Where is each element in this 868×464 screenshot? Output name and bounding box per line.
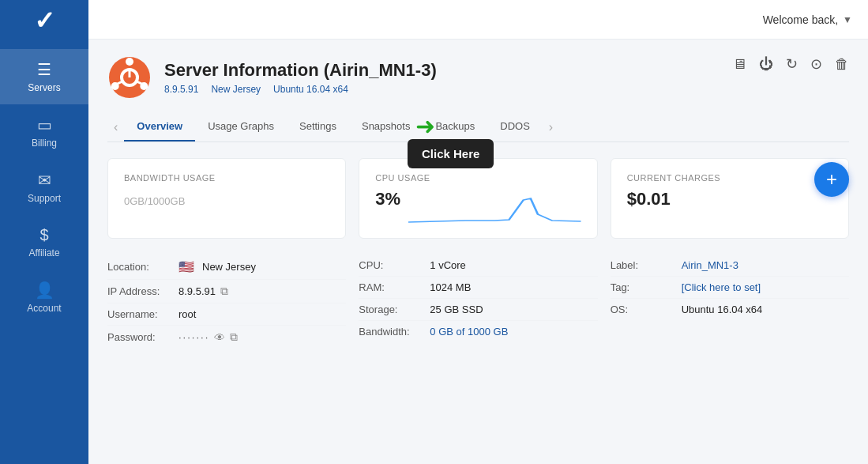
tab-overview[interactable]: Overview bbox=[124, 112, 195, 141]
sidebar-label-billing: Billing bbox=[32, 138, 57, 149]
bandwidth-spec-key: Bandwidth: bbox=[359, 326, 430, 338]
stats-row: Bandwidth Usage 0GB/1000GB CPU Usage 3% … bbox=[107, 158, 849, 239]
location-key: Location: bbox=[107, 261, 178, 273]
bandwidth-spec-val[interactable]: 0 GB of 1000 GB bbox=[430, 326, 508, 338]
monitor-icon[interactable]: 🖥 bbox=[732, 56, 746, 73]
server-location: New Jersey bbox=[211, 84, 261, 95]
tab-usage-graphs[interactable]: Usage Graphs bbox=[195, 112, 287, 141]
server-version: 8.9.5.91 bbox=[164, 84, 198, 95]
ip-key: IP Address: bbox=[107, 285, 178, 297]
tabs-bar: ‹ Overview Usage Graphs Settings Snapsho… bbox=[107, 112, 849, 142]
info-section-center: CPU: 1 vCore RAM: 1024 MB Storage: 25 GB… bbox=[359, 255, 597, 349]
power-icon[interactable]: ⏻ bbox=[759, 56, 773, 73]
location-val: 🇺🇸 New Jersey bbox=[178, 259, 256, 274]
tab-ddos[interactable]: DDOS bbox=[487, 112, 543, 141]
info-row-cpu: CPU: 1 vCore bbox=[359, 255, 597, 277]
tab-prev-arrow[interactable]: ‹ bbox=[107, 120, 124, 134]
sidebar-label-account: Account bbox=[27, 303, 61, 314]
add-server-button[interactable]: + bbox=[814, 162, 849, 197]
topbar-dropdown-icon[interactable]: ▼ bbox=[843, 14, 852, 25]
info-grid: Location: 🇺🇸 New Jersey IP Address: 8.9.… bbox=[107, 255, 849, 349]
sidebar-label-servers: Servers bbox=[28, 82, 60, 93]
main-area: Welcome back, ▼ 🖥 ⏻ ↻ ⊙ 🗑 bbox=[88, 0, 868, 464]
info-row-label: Label: Airin_MN1-3 bbox=[611, 255, 849, 277]
tab-snapshots[interactable]: Snapshots bbox=[349, 112, 423, 141]
server-os: Ubuntu 16.04 x64 bbox=[273, 84, 348, 95]
cpu-spec-val: 1 vCore bbox=[430, 259, 466, 271]
tag-key: Tag: bbox=[611, 281, 682, 293]
server-meta: 8.9.5.91 New Jersey Ubuntu 16.04 x64 bbox=[164, 84, 437, 95]
action-icons-row: 🖥 ⏻ ↻ ⊙ 🗑 bbox=[732, 55, 849, 73]
sidebar-item-billing[interactable]: ▭ Billing bbox=[0, 104, 88, 160]
bandwidth-label: Bandwidth Usage bbox=[124, 173, 329, 183]
charges-label: Current Charges bbox=[627, 173, 832, 183]
password-dots: ······· bbox=[178, 331, 209, 343]
servers-icon: ☰ bbox=[37, 60, 51, 79]
info-section-right: Label: Airin_MN1-3 Tag: [Click here to s… bbox=[611, 255, 849, 349]
topbar: Welcome back, ▼ bbox=[88, 0, 868, 40]
server-title: Server Information (Airin_MN1-3) bbox=[164, 60, 437, 81]
sidebar-label-affiliate: Affiliate bbox=[28, 247, 59, 258]
sidebar-item-affiliate[interactable]: $ Affiliate bbox=[0, 215, 88, 270]
ip-val: 8.9.5.91 ⧉ bbox=[178, 285, 228, 298]
tag-val[interactable]: [Click here to set] bbox=[682, 281, 761, 293]
ram-key: RAM: bbox=[359, 281, 430, 293]
sidebar-item-support[interactable]: ✉ Support bbox=[0, 160, 88, 215]
sidebar-item-account[interactable]: 👤 Account bbox=[0, 270, 88, 325]
server-info: Server Information (Airin_MN1-3) 8.9.5.9… bbox=[164, 60, 437, 95]
info-row-username: Username: root bbox=[107, 304, 346, 326]
svg-point-2 bbox=[126, 58, 133, 66]
stat-card-bandwidth: Bandwidth Usage 0GB/1000GB bbox=[107, 158, 346, 239]
sidebar-item-servers[interactable]: ☰ Servers bbox=[0, 49, 88, 104]
info-row-storage: Storage: 25 GB SSD bbox=[359, 299, 597, 321]
info-row-password: Password: ······· 👁 ⧉ bbox=[107, 326, 346, 349]
ram-val: 1024 MB bbox=[430, 281, 471, 293]
info-row-tag: Tag: [Click here to set] bbox=[611, 277, 849, 299]
tab-next-arrow[interactable]: › bbox=[543, 120, 559, 134]
account-icon: 👤 bbox=[35, 281, 54, 300]
delete-icon[interactable]: 🗑 bbox=[835, 56, 849, 73]
cpu-value: 3% bbox=[375, 189, 400, 209]
info-row-ram: RAM: 1024 MB bbox=[359, 277, 597, 299]
cpu-chart bbox=[408, 192, 581, 224]
server-logo-icon bbox=[107, 55, 152, 100]
password-copy-icon[interactable]: ⧉ bbox=[230, 330, 238, 344]
info-section-left: Location: 🇺🇸 New Jersey IP Address: 8.9.… bbox=[107, 255, 346, 349]
bandwidth-value: 0GB/1000GB bbox=[124, 189, 329, 209]
label-key: Label: bbox=[611, 259, 682, 271]
label-val[interactable]: Airin_MN1-3 bbox=[682, 259, 738, 271]
welcome-text: Welcome back, bbox=[763, 13, 838, 26]
billing-icon: ▭ bbox=[37, 115, 52, 134]
eye-icon[interactable]: 👁 bbox=[214, 331, 225, 344]
tab-backups[interactable]: Backups bbox=[423, 112, 487, 141]
os-key: OS: bbox=[611, 304, 682, 315]
password-key: Password: bbox=[107, 331, 178, 343]
flag-icon: 🇺🇸 bbox=[178, 259, 194, 274]
stat-card-charges: Current Charges $0.01 bbox=[611, 158, 849, 239]
stat-card-cpu: CPU Usage 3% bbox=[359, 158, 597, 239]
refresh-icon[interactable]: ↻ bbox=[786, 55, 798, 73]
cpu-spec-key: CPU: bbox=[359, 259, 430, 271]
info-row-location: Location: 🇺🇸 New Jersey bbox=[107, 255, 346, 280]
bandwidth-suffix: /1000GB bbox=[145, 195, 185, 207]
storage-key: Storage: bbox=[359, 304, 430, 315]
sidebar-logo: ✓ bbox=[34, 8, 55, 33]
content-area: 🖥 ⏻ ↻ ⊙ 🗑 Server Information (Airin_MN1-… bbox=[88, 40, 868, 464]
support-icon: ✉ bbox=[38, 171, 51, 190]
cpu-label: CPU Usage bbox=[375, 173, 581, 183]
sidebar: ✓ ☰ Servers ▭ Billing ✉ Support $ Affili… bbox=[0, 0, 88, 464]
info-row-ip: IP Address: 8.9.5.91 ⧉ bbox=[107, 280, 346, 304]
info-row-bandwidth: Bandwidth: 0 GB of 1000 GB bbox=[359, 321, 597, 342]
ip-copy-icon[interactable]: ⧉ bbox=[220, 285, 228, 298]
password-val: ······· 👁 ⧉ bbox=[178, 330, 238, 344]
sidebar-label-support: Support bbox=[28, 193, 61, 204]
media-icon[interactable]: ⊙ bbox=[810, 55, 822, 73]
tab-settings[interactable]: Settings bbox=[287, 112, 349, 141]
username-key: Username: bbox=[107, 308, 178, 320]
storage-val: 25 GB SSD bbox=[430, 304, 483, 315]
os-val: Ubuntu 16.04 x64 bbox=[682, 304, 763, 315]
info-row-os: OS: Ubuntu 16.04 x64 bbox=[611, 299, 849, 320]
affiliate-icon: $ bbox=[39, 226, 48, 244]
charges-value: $0.01 bbox=[627, 189, 832, 209]
username-val: root bbox=[178, 308, 196, 320]
